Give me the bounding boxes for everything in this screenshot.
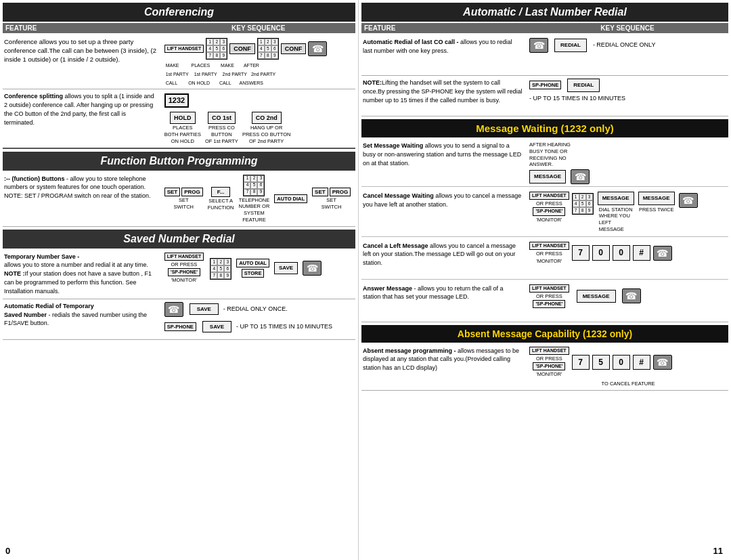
ts-sp-key: 'SP-PHONE' [168, 268, 200, 276]
function-btn-body: :-- (function) Buttons - allow you to st… [3, 172, 355, 227]
ar-keys2: SP-PHONE REDIAL - UP TO 15 TIMES IN 10 M… [527, 79, 727, 113]
co2-group: CO 2nd HANG UP ORPRESS CO BUTTONOF 2nd P… [242, 112, 291, 145]
absent-lift-group: LIFT HANDSET OR PRESS 'SP-PHONE' 'MONITO… [529, 347, 569, 378]
set-key: SET [164, 188, 181, 197]
cm-press-twice: PRESS TWICE [639, 207, 674, 213]
auto-redial-col-headers: FEATURE KEY SEQUENCE [361, 23, 728, 33]
am-sp-key: 'SP-PHONE' [533, 300, 565, 308]
conf-keys2: 1232 HOLD PLACESBOTH PARTIESON HOLD CO 1… [162, 92, 354, 144]
absent-hash-key: # [633, 355, 650, 370]
absent-0-key: 0 [613, 355, 630, 370]
absent-feature: Absent message programming - allows mess… [363, 347, 527, 387]
temp-save-keys: LIFT HANDSET OR PRESS 'SP-PHONE' 'MONITO… [162, 253, 354, 296]
f-label: SELECT AFUNCTION [208, 198, 234, 211]
ts-or-press: OR PRESS [171, 261, 198, 268]
conf-button: CONF [229, 43, 255, 55]
right-column: Automatic / Last Number Redial FEATURE K… [359, 0, 731, 560]
auto-redial-keys: SAVE - REDIAL ONLY ONCE. SP-PHONE SAVE -… [162, 302, 354, 333]
ts-save-key: SAVE [274, 262, 298, 274]
page-11-num: 11 [713, 546, 723, 556]
numpad2: 123 456 789 [257, 38, 279, 60]
auto-redial-saved-body: Automatic Redial of TemporarySaved Numbe… [3, 299, 355, 340]
conf-feature2: Conference splitting allows you to split… [4, 92, 162, 144]
auto-redial-text: Automatic Redial of TemporarySaved Numbe… [4, 303, 147, 327]
ar-sp-key: SP-PHONE [164, 322, 196, 331]
ar-feature2: NOTE:Lifting the handset will set the sy… [363, 79, 527, 113]
cm-msg-group2: MESSAGE PRESS TWICE [638, 192, 675, 213]
cm-lift-group: LIFT HANDSET OR PRESS 'SP-PHONE' 'MONITO… [529, 192, 569, 223]
co1-label: PRESS COBUTTONOF 1st PARTY [205, 125, 238, 144]
prog-key2: PROG [330, 188, 351, 197]
saved-number-title-text: Saved Number Redial [123, 233, 235, 244]
absent-sp-key: 'SP-PHONE' [533, 362, 565, 370]
ar-up-to2: - UP TO 15 TIMES IN 10 MINUTES [529, 95, 727, 103]
conf-labels-row: MAKE PLACES MAKE AFTER [166, 62, 354, 68]
cancel-left-keys: LIFT HANDSET OR PRESS 'MONITOR' 7 0 0 # [527, 242, 727, 277]
co-keys-row: HOLD PLACESBOTH PARTIESON HOLD CO 1st PR… [164, 112, 354, 145]
message-key-sm: MESSAGE [529, 170, 566, 184]
phone-ar1 [529, 38, 548, 53]
page-0-num: 0 [5, 546, 10, 556]
phone-cl [653, 246, 672, 261]
f-group: F... SELECT AFUNCTION [208, 187, 234, 211]
numpad-ts: 123 456 789 [210, 258, 231, 280]
phone-icon1 [308, 41, 327, 56]
temp-save-seq: LIFT HANDSET OR PRESS 'SP-PHONE' 'MONITO… [164, 253, 354, 284]
ar-text1: Automatic Redial of last CO call - allow… [363, 39, 512, 54]
cancel-msg-feature: Cancel Message Waiting allows you to can… [363, 192, 527, 234]
f-key: F... [211, 187, 231, 198]
ar-up-to: - UP TO 15 TIMES IN 10 MINUTES [236, 323, 332, 331]
temp-save-feature: Temporary Number Save -allows you to sto… [4, 253, 162, 296]
cancel-left-text: Cancel a Left Message allows you to canc… [363, 242, 516, 267]
cl-monitor: 'MONITOR' [536, 258, 562, 265]
conferencing-body1: Conference allows you to set up a three … [3, 35, 355, 89]
conf-seq-row1: LIFT HANDSET 123 456 789 CONF 123 456 78… [164, 38, 354, 60]
ar-save-key2: SAVE [202, 321, 231, 333]
ar-keys1: REDIAL - REDIAL ONCE ONLY [527, 38, 727, 72]
conferencing-col-headers: FEATURE KEY SEQUENCE [3, 23, 355, 33]
cl-hash-key: # [633, 245, 650, 260]
auto-dial-key: AUTO DIAL [274, 194, 307, 203]
ar-key-seq1: REDIAL - REDIAL ONCE ONLY [529, 38, 727, 53]
function-keys: SET PROG SETSWITCH F... SELECT AFUNCTION… [162, 175, 354, 223]
ar-redial-once: - REDIAL ONLY ONCE. [223, 305, 288, 314]
phone-am [622, 288, 641, 303]
label-answers: ANSWERS [240, 80, 263, 86]
cl-seq: LIFT HANDSET OR PRESS 'MONITOR' 7 0 0 # [529, 242, 727, 265]
set-msg-keys: AFTER HEARINGBUSY TONE ORRECEIVING NOANS… [527, 142, 727, 184]
hold-group: HOLD PLACESBOTH PARTIESON HOLD [164, 112, 201, 145]
cancel-left-body: Cancel a Left Message allows you to canc… [361, 239, 728, 280]
redial-once-label: - REDIAL ONCE ONLY [593, 41, 656, 49]
co2-label: HANG UP ORPRESS CO BUTTONOF 2nd PARTY [242, 125, 291, 144]
cm-msg-key2: MESSAGE [638, 192, 675, 205]
saved-number-title: Saved Number Redial [3, 230, 355, 249]
auto-redial-header: Automatic / Last Number Redial [361, 3, 728, 22]
answer-msg-keys: LIFT HANDSET OR PRESS 'SP-PHONE' MESSAGE [527, 284, 727, 319]
absent-7-key: 7 [572, 355, 590, 370]
conf-button2: CONF [281, 43, 307, 55]
absent-seq: LIFT HANDSET OR PRESS 'SP-PHONE' 'MONITO… [529, 347, 727, 378]
am-msg-group: MESSAGE [577, 290, 616, 303]
am-lift-key: LIFT HANDSET [529, 284, 569, 293]
cancel-msg-text: Cancel Message Waiting allows you to can… [363, 192, 521, 208]
set-switch-label: SETSWITCH [173, 197, 194, 211]
lift-handset-group: LIFT HANDSET [164, 45, 204, 53]
phone-icon-ar [164, 302, 183, 317]
absent-keys: LIFT HANDSET OR PRESS 'SP-PHONE' 'MONITO… [527, 347, 727, 387]
auto-redial-feature: Automatic Redial of TemporarySaved Numbe… [4, 302, 162, 333]
conf-labels-row2: 1st PARTY 1st PARTY 2nd PARTY 2nd PARTY [166, 71, 354, 77]
am-or-press: OR PRESS [536, 293, 562, 300]
label-places: PLACES [191, 62, 210, 68]
cl-0a-key: 0 [592, 245, 610, 260]
cl-or-press: OR PRESS [536, 251, 562, 257]
cancel-msg-body: Cancel Message Waiting allows you to can… [361, 189, 728, 237]
func-seq-row: SET PROG SETSWITCH F... SELECT AFUNCTION… [164, 175, 354, 223]
set-group: SET PROG SETSWITCH [164, 188, 203, 211]
conferencing-body2: Conference splitting allows you to split… [3, 89, 355, 148]
absent-msg-header: Absent Message Capability (1232 only) [361, 325, 728, 343]
to-cancel-label: TO CANCEL FEATURE [529, 381, 727, 387]
absent-5-key: 5 [592, 355, 610, 370]
phone-cm [679, 193, 698, 208]
set-key2: SET [312, 188, 328, 197]
label-2nd-party2: 2nd PARTY [251, 71, 275, 77]
